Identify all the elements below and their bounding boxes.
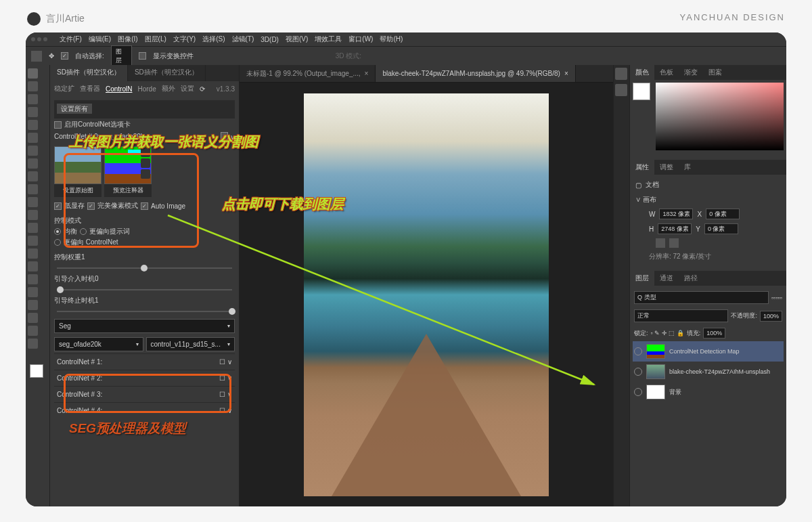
menu-view[interactable]: 视图(V) bbox=[286, 35, 308, 44]
panel-icon[interactable] bbox=[615, 84, 627, 96]
history-brush-tool[interactable] bbox=[28, 210, 38, 220]
auto-select-check[interactable] bbox=[61, 52, 68, 60]
orient-icon[interactable] bbox=[669, 238, 679, 248]
subtab-horde[interactable]: Horde bbox=[137, 85, 156, 93]
cn4-header[interactable]: ControlNet # 4:☐ ∨ bbox=[54, 402, 235, 418]
low-vram-check[interactable] bbox=[54, 202, 62, 210]
close-icon[interactable]: × bbox=[564, 70, 568, 77]
gradient-tab[interactable]: 渐变 bbox=[679, 65, 703, 80]
menu-window[interactable]: 窗口(W) bbox=[348, 35, 373, 44]
type-tool[interactable] bbox=[28, 287, 38, 297]
doc-tab-1[interactable]: 未标题-1 @ 99.2% (Output_image_..., × bbox=[240, 65, 376, 82]
layer-row-detection[interactable]: ControlNet Detection Map bbox=[633, 341, 784, 362]
doc-tab-2[interactable]: blake-cheek-T24pwZ7AIhM-unsplash.jpg @ 4… bbox=[376, 65, 575, 82]
move-tool[interactable] bbox=[28, 68, 38, 79]
zoom-tool[interactable] bbox=[28, 339, 38, 349]
auto-image-check[interactable] bbox=[141, 202, 148, 210]
setup-all-button[interactable]: 设置所有 bbox=[57, 104, 92, 114]
props-tab[interactable]: 属性 bbox=[630, 160, 654, 175]
menu-layer[interactable]: 图层(L) bbox=[145, 35, 166, 44]
y-input[interactable] bbox=[704, 223, 738, 234]
plugin-tab-2[interactable]: SD插件（明空汉化） bbox=[128, 65, 206, 81]
blend-mode-dropdown[interactable]: 正常 bbox=[634, 309, 728, 322]
preview-annotator-thumb[interactable]: 预览注释器 bbox=[104, 146, 152, 197]
brush-tool[interactable] bbox=[28, 184, 38, 194]
weight-slider[interactable] bbox=[57, 267, 232, 269]
visibility-toggle[interactable] bbox=[634, 368, 642, 376]
shape-tool[interactable] bbox=[28, 313, 38, 323]
menu-text[interactable]: 文字(Y) bbox=[173, 35, 196, 44]
radio-prompt[interactable] bbox=[80, 228, 87, 235]
preprocessor-dropdown[interactable]: seg_ofade20k▾ bbox=[54, 337, 143, 351]
channels-tab[interactable]: 通道 bbox=[654, 271, 679, 286]
show-transform-check[interactable] bbox=[139, 52, 146, 60]
perfect-pixel-check[interactable] bbox=[87, 202, 95, 210]
subtab-stable[interactable]: 稳定扩 bbox=[54, 84, 74, 93]
home-button[interactable] bbox=[31, 51, 42, 62]
paths-tab[interactable]: 路径 bbox=[679, 271, 703, 286]
opacity-input[interactable]: 100% bbox=[760, 311, 782, 322]
layer-row-bg[interactable]: 背景 bbox=[633, 382, 784, 402]
menu-file[interactable]: 文件(F) bbox=[60, 35, 82, 44]
crop-tool[interactable] bbox=[28, 133, 38, 143]
plugin-tab-1[interactable]: SD插件（明空汉化） bbox=[50, 65, 128, 81]
enable-cn-check[interactable] bbox=[54, 121, 62, 129]
subtab-extra[interactable]: 额外 bbox=[162, 84, 175, 93]
gradient-tool[interactable] bbox=[28, 236, 38, 246]
patterns-tab[interactable]: 图案 bbox=[703, 65, 727, 80]
lib-tab[interactable]: 库 bbox=[679, 160, 696, 175]
subtab-controlnet[interactable]: ControlN bbox=[106, 85, 132, 93]
cn3-header[interactable]: ControlNet # 3:☐ ∨ bbox=[54, 386, 235, 402]
model-dropdown[interactable]: control_v11p_sd15_s...▾ bbox=[146, 337, 235, 351]
radio-cn[interactable] bbox=[54, 239, 61, 246]
canvas-area[interactable] bbox=[240, 83, 613, 506]
foreground-color[interactable] bbox=[30, 364, 43, 378]
cn2-header[interactable]: ControlNet # 2:☐ ∨ bbox=[54, 370, 235, 386]
trash-icon[interactable] bbox=[141, 169, 150, 179]
color-picker[interactable] bbox=[656, 83, 784, 150]
menu-plugins[interactable]: 增效工具 bbox=[315, 35, 342, 44]
menu-select[interactable]: 选择(S) bbox=[202, 35, 225, 44]
width-input[interactable] bbox=[659, 209, 693, 219]
hand-tool[interactable] bbox=[28, 326, 38, 336]
menu-3d[interactable]: 3D(D) bbox=[261, 36, 279, 43]
color-tab[interactable]: 颜色 bbox=[630, 65, 654, 80]
end-slider[interactable] bbox=[57, 311, 232, 312]
frame-tool[interactable] bbox=[28, 146, 38, 156]
download-icon[interactable] bbox=[141, 158, 150, 168]
swatches-tab[interactable]: 色板 bbox=[654, 65, 679, 80]
layer-filter-kind[interactable]: Q 类型 bbox=[634, 291, 769, 304]
artboard-tool[interactable] bbox=[28, 81, 38, 91]
eyedropper-tool[interactable] bbox=[28, 158, 38, 169]
heal-tool[interactable] bbox=[28, 171, 38, 181]
panel-icon[interactable] bbox=[615, 68, 627, 80]
stamp-tool[interactable] bbox=[28, 197, 38, 207]
lasso-tool[interactable] bbox=[28, 107, 38, 117]
eraser-tool[interactable] bbox=[28, 223, 38, 233]
window-controls[interactable] bbox=[31, 37, 47, 41]
menu-image[interactable]: 图像(I) bbox=[118, 35, 137, 44]
height-input[interactable] bbox=[658, 223, 692, 234]
layers-tab[interactable]: 图层 bbox=[630, 271, 654, 286]
visibility-toggle[interactable] bbox=[634, 347, 642, 355]
visibility-toggle[interactable] bbox=[634, 388, 642, 396]
menu-edit[interactable]: 编辑(E) bbox=[89, 35, 111, 44]
subtab-settings[interactable]: 设置 bbox=[181, 84, 194, 93]
blur-tool[interactable] bbox=[28, 248, 38, 259]
wand-tool[interactable] bbox=[28, 120, 38, 130]
fill-input[interactable]: 100% bbox=[703, 328, 725, 339]
source-image-thumb[interactable]: 设置原始图 bbox=[54, 146, 102, 197]
pen-tool[interactable] bbox=[28, 274, 38, 284]
start-slider[interactable] bbox=[57, 289, 232, 290]
radio-balanced[interactable] bbox=[54, 228, 61, 235]
dodge-tool[interactable] bbox=[28, 261, 38, 271]
cn1-header[interactable]: ControlNet # 1:☐ ∨ bbox=[54, 353, 235, 370]
auto-select-target[interactable]: 图层 bbox=[111, 45, 132, 67]
adjust-tab[interactable]: 调整 bbox=[654, 160, 679, 175]
marquee-tool[interactable] bbox=[28, 94, 38, 104]
subtab-viewer[interactable]: 查看器 bbox=[80, 84, 100, 93]
orient-icon[interactable] bbox=[656, 238, 665, 248]
refresh-icon[interactable]: ⟳ bbox=[200, 85, 205, 93]
current-color-swatch[interactable] bbox=[633, 83, 650, 100]
x-input[interactable] bbox=[706, 209, 740, 219]
